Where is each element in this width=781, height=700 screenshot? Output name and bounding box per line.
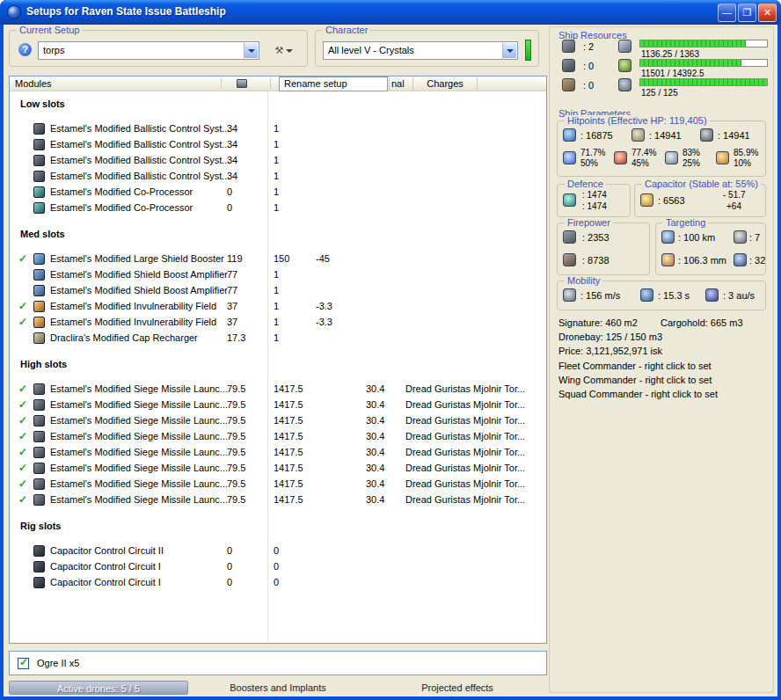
module-name: Estamel's Modified Shield Boost Amplifie…: [50, 269, 228, 280]
modules-column-header[interactable]: Modules: [15, 78, 52, 89]
squad-commander-setter[interactable]: Squad Commander - right click to set: [558, 389, 718, 399]
capacitor-recharge: +64: [726, 201, 741, 211]
active-check-icon: ✓: [18, 430, 27, 442]
maximize-button[interactable]: ❐: [738, 4, 756, 22]
module-row[interactable]: Draclira's Modified Cap Recharger17.31: [10, 331, 546, 346]
setup-combobox[interactable]: torps: [38, 41, 259, 60]
charge-name: Dread Guristas Mjolnir Tor...: [405, 415, 525, 426]
fleet-commander-setter[interactable]: Fleet Commander - right click to set: [558, 361, 712, 371]
powergrid-usage-value: 1: [274, 171, 279, 181]
invulnerability-field-icon: [33, 301, 45, 312]
module-row[interactable]: Estamel's Modified Ballistic Control Sys…: [10, 153, 546, 169]
launcher-hardpoints-icon: [562, 59, 575, 72]
module-row[interactable]: ✓Estamel's Modified Siege Missile Launc.…: [10, 397, 546, 413]
module-row[interactable]: ✓Estamel's Modified Siege Missile Launc.…: [10, 445, 546, 461]
module-name: Estamel's Modified Co-Processor: [50, 202, 193, 213]
cpu-usage-value: 119: [227, 253, 243, 264]
rig-icon: [33, 545, 45, 557]
module-row[interactable]: Estamel's Modified Ballistic Control Sys…: [10, 121, 546, 137]
cpu-usage-value: 34: [227, 123, 237, 134]
cpu-icon: [618, 40, 631, 53]
tab-charges[interactable]: Charges: [412, 77, 478, 91]
active-check-icon: ✓: [18, 478, 27, 490]
module-list-body: Low slotsEstamel's Modified Ballistic Co…: [10, 91, 546, 643]
powergrid-usage-value: 1417.5: [274, 478, 303, 489]
drone-bandwidth-bar: [639, 78, 768, 86]
module-list-header[interactable]: Modules Rename setup nal Charges: [10, 77, 546, 91]
powergrid-usage-value: 1417.5: [274, 463, 303, 473]
module-name: Estamel's Modified Ballistic Control Sys…: [50, 123, 230, 134]
cpu-column-icon[interactable]: [237, 79, 247, 88]
tab-active-drones[interactable]: Active drones: 5 / 5: [9, 681, 188, 695]
chevron-down-icon[interactable]: [244, 43, 258, 58]
module-row[interactable]: ✓Estamel's Modified Large Shield Booster…: [10, 252, 546, 267]
em-shield-resist: 71.7%: [580, 148, 605, 157]
cpu-bar: [639, 40, 768, 47]
powergrid-usage-value: 1417.5: [274, 383, 303, 394]
explosive-shield-resist: 85.9%: [734, 148, 758, 157]
dps-icon: [563, 253, 576, 266]
capacitor-drain: - 51.7: [723, 190, 746, 200]
module-row[interactable]: Capacitor Control Circuit II00: [10, 543, 546, 559]
window-content: Current Setup ? torps ⚒ Character All le…: [4, 25, 777, 696]
help-icon[interactable]: ?: [18, 43, 32, 56]
module-name: Estamel's Modified Siege Missile Launc..…: [50, 463, 228, 473]
module-row[interactable]: Estamel's Modified Co-Processor01: [10, 201, 546, 216]
powergrid-usage-value: 1: [274, 123, 279, 134]
powergrid-usage-value: 1417.5: [274, 415, 303, 426]
cap-recharger-icon: [33, 332, 45, 344]
drone-bandwidth-icon: [618, 78, 631, 91]
module-row[interactable]: Capacitor Control Circuit I00: [10, 575, 546, 591]
active-check-icon: ✓: [18, 446, 27, 458]
module-row[interactable]: ✓Estamel's Modified Siege Missile Launc.…: [10, 477, 546, 492]
module-row[interactable]: ✓Estamel's Modified Siege Missile Launc.…: [10, 413, 546, 429]
module-row[interactable]: Estamel's Modified Shield Boost Amplifie…: [10, 267, 546, 283]
module-row[interactable]: ✓Estamel's Modified Invulnerability Fiel…: [10, 315, 546, 331]
siege-missile-launcher-icon: [33, 447, 45, 458]
module-row[interactable]: Capacitor Control Circuit I00: [10, 559, 546, 575]
setup-tools-button[interactable]: ⚒: [266, 41, 302, 60]
partial-tab[interactable]: nal: [389, 77, 412, 91]
wing-commander-setter[interactable]: Wing Commander - right click to set: [558, 375, 712, 385]
powergrid-usage-value: 1: [274, 317, 279, 327]
charge-name: Dread Guristas Mjolnir Tor...: [405, 463, 525, 473]
module-row[interactable]: Estamel's Modified Co-Processor01: [10, 185, 546, 201]
hitpoints-label: Hitpoints (Effective HP: 119,405): [565, 115, 710, 126]
module-row[interactable]: ✓Estamel's Modified Siege Missile Launc.…: [10, 492, 546, 508]
titlebar[interactable]: Setups for Raven State Issue Battleship …: [0, 0, 781, 25]
tab-projected-effects[interactable]: Projected effects: [368, 681, 547, 695]
dps-value: : 8738: [582, 255, 609, 266]
damage-value: 30.4: [366, 447, 384, 457]
powergrid-usage-value: 1: [274, 269, 279, 280]
cpu-usage-value: 37: [227, 317, 237, 327]
module-name: Estamel's Modified Siege Missile Launc..…: [50, 478, 228, 489]
close-button[interactable]: ✕: [758, 4, 777, 22]
siege-missile-launcher-icon: [33, 431, 45, 442]
drones-panel[interactable]: ✓ Ogre II x5: [9, 651, 547, 675]
module-row[interactable]: Estamel's Modified Shield Boost Amplifie…: [10, 283, 546, 299]
minimize-button[interactable]: —: [718, 4, 736, 22]
powergrid-usage-value: 1: [274, 186, 279, 197]
module-row[interactable]: Estamel's Modified Ballistic Control Sys…: [10, 137, 546, 153]
siege-missile-launcher-icon: [33, 478, 45, 490]
module-name: Estamel's Modified Ballistic Control Sys…: [50, 139, 230, 149]
module-row[interactable]: ✓Estamel's Modified Siege Missile Launc.…: [10, 382, 546, 397]
damage-value: 30.4: [366, 383, 384, 394]
module-row[interactable]: ✓Estamel's Modified Invulnerability Fiel…: [10, 299, 546, 315]
targeting-label: Targeting: [663, 217, 708, 228]
powergrid-usage-value: 1: [274, 301, 279, 311]
module-row[interactable]: Estamel's Modified Ballistic Control Sys…: [10, 169, 546, 185]
drone-checkbox[interactable]: ✓: [18, 658, 29, 669]
module-row[interactable]: ✓Estamel's Modified Siege Missile Launc.…: [10, 461, 546, 477]
active-check-icon: ✓: [18, 493, 27, 506]
rename-setup-tab[interactable]: Rename setup: [279, 77, 388, 91]
chevron-down-icon[interactable]: [502, 43, 516, 58]
module-row[interactable]: ✓Estamel's Modified Siege Missile Launc.…: [10, 429, 546, 445]
powergrid-usage-value: 1: [274, 139, 279, 149]
character-label: Character: [323, 25, 370, 35]
cpu-usage-value: 17.3: [227, 332, 245, 343]
slot-group-title: High slots: [10, 359, 546, 371]
character-combobox[interactable]: All level V - Crystals: [323, 41, 518, 60]
mobility-group: Mobility : 156 m/s : 15.3 s : 3 au/s: [557, 281, 766, 310]
tab-boosters-implants[interactable]: Boosters and Implants: [188, 681, 368, 695]
